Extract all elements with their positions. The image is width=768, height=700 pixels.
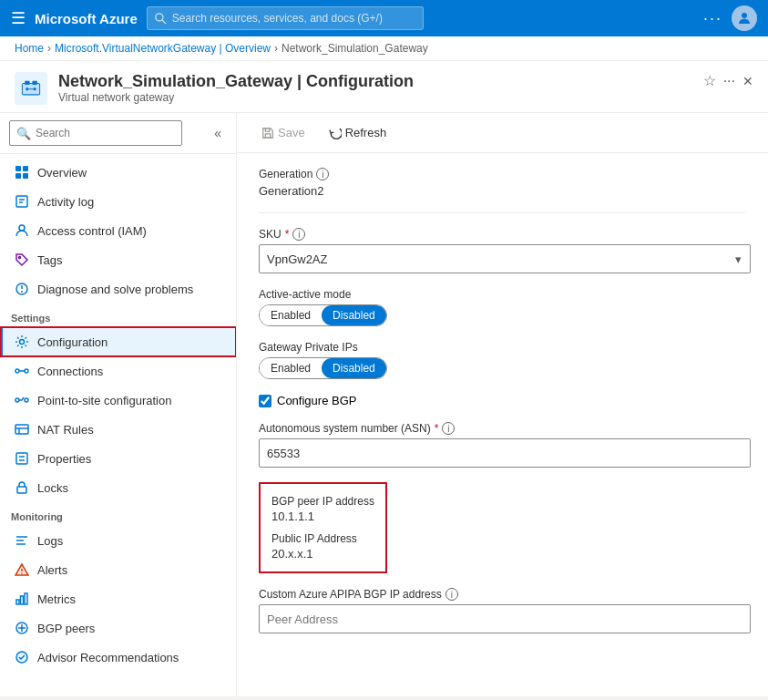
save-button[interactable]: Save [251,120,315,145]
svg-point-22 [20,340,25,345]
sidebar-item-configuration[interactable]: Configuration [0,327,236,356]
custom-apipa-label: Custom Azure APIPA BGP IP address i [259,588,746,601]
svg-rect-11 [23,166,28,171]
svg-line-1 [162,20,166,24]
generation-row: Generation i Generation2 [259,168,746,198]
sidebar-item-diagnose[interactable]: Diagnose and solve problems [0,274,236,304]
generation-value: Generation2 [259,184,746,198]
svg-rect-14 [16,196,27,207]
resource-subtitle: Virtual network gateway [58,91,692,104]
sidebar-item-advisor-recommendations[interactable]: Advisor Recommendations [0,643,236,672]
sidebar-item-logs[interactable]: Logs [0,526,236,555]
more-options-icon[interactable]: ··· [703,9,722,28]
sidebar-item-access-control[interactable]: Access control (IAM) [0,216,236,245]
custom-apipa-info-icon[interactable]: i [445,588,458,601]
svg-rect-39 [25,593,27,604]
metrics-icon [14,591,30,607]
generation-info-icon[interactable]: i [316,168,329,180]
svg-rect-5 [25,81,30,85]
sidebar-search-bar: 🔍 « [0,113,236,154]
svg-point-8 [33,88,36,90]
peer-address-input[interactable] [259,604,751,633]
sidebar-item-properties-label: Properties [37,452,91,466]
sidebar-item-advisor-label: Advisor Recommendations [37,651,179,664]
sku-select[interactable]: VpnGw1 VpnGw2 VpnGw2AZ VpnGw3 VpnGw3AZ [259,244,751,273]
svg-point-24 [25,369,28,373]
nat-rules-icon [14,421,30,438]
svg-rect-38 [21,596,24,604]
breadcrumb-sep1: › [47,42,51,55]
favorite-icon[interactable]: ☆ [703,72,716,89]
sidebar-item-nat-rules-label: NAT Rules [37,423,94,437]
svg-rect-10 [15,166,21,171]
breadcrumb-vng[interactable]: Microsoft.VirtualNetworkGateway | Overvi… [55,42,271,55]
topbar: ☰ Microsoft Azure Search resources, serv… [0,0,768,36]
gateway-private-disabled-btn[interactable]: Disabled [322,358,386,378]
sidebar-item-tags[interactable]: Tags [0,245,236,274]
sidebar-search-icon: 🔍 [16,127,31,140]
sidebar-item-metrics[interactable]: Metrics [0,584,236,613]
sidebar-item-nat-rules[interactable]: NAT Rules [0,415,236,444]
asn-info-icon[interactable]: i [442,422,455,435]
active-active-toggle: Enabled Disabled [259,304,387,326]
configure-bgp-row: Configure BGP [259,394,746,407]
svg-rect-28 [15,425,28,434]
avatar[interactable] [732,5,757,31]
active-active-row: Active-active mode Enabled Disabled [259,288,746,326]
asn-input[interactable] [259,438,751,468]
sidebar-item-bgp-peers[interactable]: BGP peers [0,613,236,643]
breadcrumb-home[interactable]: Home [15,42,44,55]
sidebar-item-overview[interactable]: Overview [0,158,236,187]
svg-point-26 [15,398,19,402]
advisor-icon [14,649,30,665]
toolbar: Save Refresh [237,113,768,153]
svg-point-27 [25,398,28,402]
active-active-enabled-btn[interactable]: Enabled [260,305,322,325]
sidebar-item-activity-log-label: Activity log [37,195,94,209]
svg-rect-42 [265,133,270,137]
resource-title: Network_Simulation_Gateway | Configurati… [58,72,692,91]
sku-info-icon[interactable]: i [292,228,305,241]
svg-rect-37 [16,600,19,604]
svg-point-7 [26,88,28,90]
global-search-placeholder: Search resources, services, and docs (G+… [172,12,383,25]
sidebar-item-properties[interactable]: Properties [0,444,236,473]
svg-point-23 [15,369,19,373]
asn-row: Autonomous system number (ASN) * i [259,422,746,468]
sidebar-item-point-to-site[interactable]: Point-to-site configuration [0,386,236,415]
sidebar-item-connections[interactable]: Connections [0,356,236,386]
ellipsis-icon[interactable]: ··· [723,73,735,89]
sidebar-item-bgp-peers-label: BGP peers [37,622,95,635]
sidebar-collapse-button[interactable]: « [209,124,227,142]
gateway-private-enabled-btn[interactable]: Enabled [260,358,322,378]
sku-select-wrapper: VpnGw1 VpnGw2 VpnGw2AZ VpnGw3 VpnGw3AZ [259,244,751,273]
activity-log-icon [14,193,30,210]
sidebar-item-point-to-site-label: Point-to-site configuration [37,394,171,407]
hamburger-icon[interactable]: ☰ [11,8,26,28]
svg-rect-34 [17,487,26,493]
sidebar: 🔍 « Overview Activity log [0,113,237,696]
svg-point-2 [742,13,747,18]
gateway-private-ips-row: Gateway Private IPs Enabled Disabled [259,341,746,379]
sidebar-item-locks[interactable]: Locks [0,473,236,502]
sku-label: SKU * i [259,228,746,241]
breadcrumb-sep2: › [274,42,278,55]
generation-label: Generation i [259,168,746,180]
gateway-private-ips-label: Gateway Private IPs [259,341,746,354]
logs-icon [14,532,30,549]
sidebar-search-input[interactable] [9,120,182,146]
resource-header: Network_Simulation_Gateway | Configurati… [0,61,768,113]
custom-apipa-row: Custom Azure APIPA BGP IP address i [259,588,746,633]
svg-rect-43 [265,128,269,131]
close-icon[interactable]: ✕ [742,74,753,88]
sidebar-item-alerts[interactable]: Alerts [0,555,236,584]
bgp-peer-ip-label: BGP peer IP address [271,495,374,508]
configure-bgp-checkbox[interactable] [259,395,271,407]
global-search[interactable]: Search resources, services, and docs (G+… [147,6,425,30]
sidebar-item-activity-log[interactable]: Activity log [0,187,236,216]
active-active-disabled-btn[interactable]: Disabled [322,305,386,325]
public-ip-label: Public IP Address [271,532,374,545]
refresh-button[interactable]: Refresh [319,120,397,145]
bgp-peer-ip-value: 10.1.1.1 [271,510,374,523]
diagnose-icon [14,281,30,297]
